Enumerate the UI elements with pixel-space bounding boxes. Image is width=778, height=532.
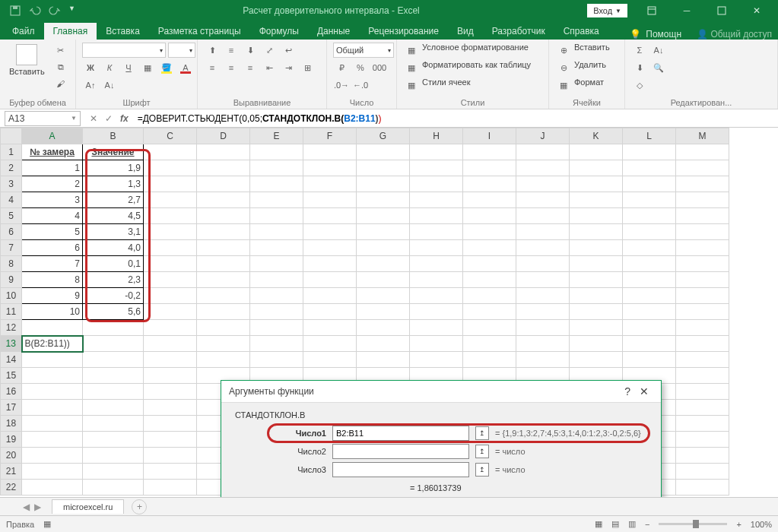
cell[interactable]: [144, 464, 197, 480]
tab-insert[interactable]: Вставка: [97, 23, 149, 40]
cell[interactable]: [676, 432, 729, 448]
cell[interactable]: [516, 160, 570, 176]
cell[interactable]: [22, 480, 83, 496]
row-header[interactable]: 20: [1, 448, 22, 464]
cell[interactable]: [570, 224, 623, 240]
cell[interactable]: [250, 304, 303, 320]
tab-home[interactable]: Главная: [44, 23, 97, 40]
border-button[interactable]: ▦: [139, 60, 156, 75]
zoom-slider[interactable]: [659, 523, 727, 525]
cell[interactable]: [516, 192, 570, 208]
row-header[interactable]: 15: [1, 368, 22, 384]
cell[interactable]: 0,1: [83, 256, 144, 272]
cell[interactable]: [250, 288, 303, 304]
copy-icon[interactable]: ⧉: [52, 59, 69, 74]
cell[interactable]: [463, 176, 516, 192]
cell[interactable]: [303, 208, 357, 224]
cell[interactable]: [22, 416, 83, 432]
cell[interactable]: [303, 320, 357, 336]
cell[interactable]: [83, 336, 144, 352]
increase-font-icon[interactable]: A↑: [82, 78, 99, 93]
cell[interactable]: 1,9: [83, 160, 144, 176]
cell[interactable]: [410, 208, 463, 224]
cell[interactable]: [570, 240, 623, 256]
cell[interactable]: [197, 208, 250, 224]
collapse-dialog-icon[interactable]: ↥: [475, 463, 489, 477]
cell[interactable]: [623, 224, 676, 240]
dialog-help-icon[interactable]: ?: [620, 385, 635, 397]
add-sheet-button[interactable]: +: [132, 499, 147, 515]
cell[interactable]: № замера: [22, 144, 83, 160]
cell[interactable]: [570, 272, 623, 288]
cell[interactable]: [83, 416, 144, 432]
cell[interactable]: [357, 288, 410, 304]
column-header[interactable]: M: [676, 128, 729, 144]
cell[interactable]: [516, 288, 570, 304]
tab-file[interactable]: Файл: [3, 23, 44, 40]
cell[interactable]: [250, 272, 303, 288]
column-header[interactable]: G: [357, 128, 410, 144]
cell[interactable]: 3: [22, 192, 83, 208]
align-left-icon[interactable]: ≡: [204, 60, 221, 75]
cell[interactable]: [623, 272, 676, 288]
cell-styles-button[interactable]: ▦Стили ячеек: [403, 78, 470, 93]
macro-record-icon[interactable]: ▦: [43, 519, 51, 529]
cell[interactable]: [463, 256, 516, 272]
cell[interactable]: [357, 144, 410, 160]
cell[interactable]: [197, 272, 250, 288]
cell[interactable]: [676, 400, 729, 416]
percent-icon[interactable]: %: [352, 60, 369, 75]
increase-decimal-icon[interactable]: .0→: [333, 78, 350, 93]
cell[interactable]: [197, 176, 250, 192]
cell[interactable]: [303, 256, 357, 272]
insert-cells-button[interactable]: ⊕Вставить: [555, 43, 610, 58]
view-page-layout-icon[interactable]: ▤: [611, 519, 619, 529]
arg-input-2[interactable]: [332, 444, 469, 459]
close-button[interactable]: ✕: [740, 2, 773, 20]
tab-formulas[interactable]: Формулы: [250, 23, 308, 40]
row-header[interactable]: 21: [1, 464, 22, 480]
collapse-dialog-icon[interactable]: ↥: [475, 445, 489, 458]
cell[interactable]: [144, 336, 197, 352]
cell[interactable]: [250, 176, 303, 192]
cell[interactable]: [144, 160, 197, 176]
cell[interactable]: [83, 464, 144, 480]
cell[interactable]: [676, 480, 729, 496]
row-header[interactable]: 5: [1, 208, 22, 224]
cell[interactable]: [22, 400, 83, 416]
cell[interactable]: [463, 144, 516, 160]
increase-indent-icon[interactable]: ⇥: [280, 60, 297, 75]
tab-review[interactable]: Рецензирование: [359, 23, 448, 40]
sheet-tab[interactable]: microexcel.ru: [52, 499, 124, 514]
cell[interactable]: [570, 304, 623, 320]
row-header[interactable]: 7: [1, 240, 22, 256]
cell[interactable]: Значение: [83, 144, 144, 160]
cell[interactable]: [144, 192, 197, 208]
cell[interactable]: [144, 320, 197, 336]
redo-icon[interactable]: [49, 5, 61, 17]
cell[interactable]: [83, 384, 144, 400]
cell[interactable]: [357, 240, 410, 256]
cell[interactable]: [410, 288, 463, 304]
cell[interactable]: [410, 240, 463, 256]
find-icon[interactable]: 🔍: [650, 60, 667, 75]
cell[interactable]: [516, 272, 570, 288]
cell[interactable]: 10: [22, 304, 83, 320]
clear-icon[interactable]: ◇: [631, 78, 648, 93]
cell[interactable]: [410, 304, 463, 320]
cell[interactable]: [22, 432, 83, 448]
cell[interactable]: [357, 208, 410, 224]
row-header[interactable]: 12: [1, 320, 22, 336]
collapse-dialog-icon[interactable]: ↥: [475, 426, 489, 440]
cell[interactable]: [144, 256, 197, 272]
cell[interactable]: [676, 320, 729, 336]
cell[interactable]: 4,0: [83, 240, 144, 256]
paste-button[interactable]: Вставить: [6, 43, 48, 78]
orientation-icon[interactable]: ⤢: [261, 43, 278, 58]
cell[interactable]: 6: [22, 240, 83, 256]
cell[interactable]: [303, 192, 357, 208]
row-header[interactable]: 9: [1, 272, 22, 288]
fill-icon[interactable]: ⬇: [631, 60, 648, 75]
cell[interactable]: [144, 416, 197, 432]
cell[interactable]: [623, 288, 676, 304]
